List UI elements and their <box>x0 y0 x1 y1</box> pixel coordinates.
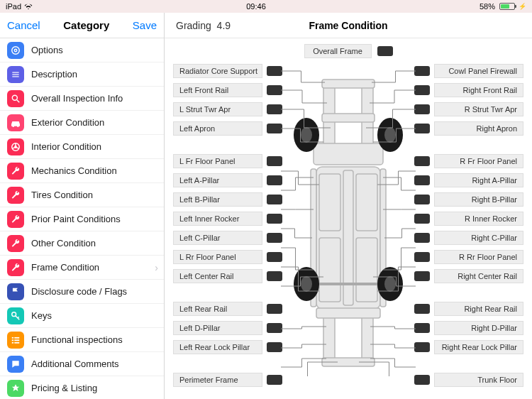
cancel-button[interactable]: Cancel <box>7 19 40 31</box>
frame-status-square[interactable] <box>267 214 282 224</box>
sidebar-item-overall-inspection-info[interactable]: Overall Inspection Info <box>0 87 164 111</box>
frame-status-square[interactable] <box>414 375 430 385</box>
frame-status-square[interactable] <box>267 104 282 114</box>
frame-label-left-rear-rail[interactable]: Left Rear Rail <box>173 302 282 316</box>
frame-status-square[interactable] <box>414 85 430 95</box>
svg-rect-27 <box>322 114 375 122</box>
frame-label-l-fr-floor-panel[interactable]: L Fr Floor Panel <box>173 154 282 168</box>
frame-status-square[interactable] <box>267 85 282 95</box>
frame-status-square[interactable] <box>267 252 282 262</box>
frame-status-square[interactable] <box>267 304 282 314</box>
frame-status-square[interactable] <box>414 66 430 76</box>
svg-line-13 <box>16 147 19 148</box>
frame-status-square[interactable] <box>414 342 430 352</box>
sidebar-item-interior-condition[interactable]: Interior Condition <box>0 135 164 159</box>
frame-label-right-b-pillar[interactable]: Right B-Pillar <box>414 192 523 207</box>
sidebar-item-options[interactable]: Options <box>0 38 164 62</box>
frame-status-square[interactable] <box>414 175 430 185</box>
frame-status-square[interactable] <box>267 233 282 243</box>
frame-label-left-b-pillar[interactable]: Left B-Pillar <box>173 192 282 207</box>
frame-status-square[interactable] <box>414 233 430 243</box>
frame-label-right-apron[interactable]: Right Apron <box>414 121 523 136</box>
frame-status-square[interactable] <box>267 342 282 352</box>
frame-label-cowl-panel-firewall[interactable]: Cowl Panel Firewall <box>414 64 523 78</box>
sidebar-item-label: Description <box>31 69 77 80</box>
frame-label-text: L Fr Floor Panel <box>173 154 262 168</box>
overall-frame-status[interactable] <box>377 46 393 56</box>
frame-status-square[interactable] <box>267 156 282 166</box>
frame-label-text: Right A-Pillar <box>434 173 523 187</box>
frame-label-right-a-pillar[interactable]: Right A-Pillar <box>414 173 523 187</box>
sidebar-item-tires-condition[interactable]: Tires Condition <box>0 183 164 207</box>
save-button[interactable]: Save <box>133 19 157 31</box>
sidebar-item-disclosure-code-flags[interactable]: Disclosure code / Flags <box>0 280 164 304</box>
frame-label-r-strut-twr-apr[interactable]: R Strut Twr Apr <box>414 102 523 116</box>
frame-status-square[interactable] <box>267 66 282 76</box>
frame-label-right-front-rail[interactable]: Right Front Rail <box>414 83 523 97</box>
sidebar-item-keys[interactable]: Keys <box>0 304 164 328</box>
frame-status-square[interactable] <box>267 195 282 204</box>
frame-status-square[interactable] <box>414 304 430 314</box>
device-label: iPad <box>6 2 21 11</box>
steering-icon <box>7 138 24 155</box>
sidebar-item-functional-inspections[interactable]: Functional inspections <box>0 328 164 352</box>
frame-label-right-rear-rail[interactable]: Right Rear Rail <box>414 302 523 316</box>
sidebar-item-additional-comments[interactable]: Additional Comments <box>0 352 164 376</box>
frame-label-r-fr-floor-panel[interactable]: R Fr Floor Panel <box>414 154 523 168</box>
frame-label-left-apron[interactable]: Left Apron <box>173 121 282 136</box>
check-icon <box>7 332 24 349</box>
svg-point-8 <box>17 125 19 127</box>
frame-svg <box>281 64 416 376</box>
frame-status-square[interactable] <box>414 156 430 166</box>
overall-frame-label[interactable]: Overall Frame <box>304 44 372 58</box>
sidebar-item-label: Prior Paint Conditions <box>31 214 121 224</box>
frame-status-square[interactable] <box>414 323 430 333</box>
frame-status-square[interactable] <box>414 271 430 281</box>
frame-label-left-center-rail[interactable]: Left Center Rail <box>173 269 282 283</box>
frame-label-right-rear-lock-pillar[interactable]: Right Rear Lock Pillar <box>414 340 523 354</box>
sidebar-item-label: Pricing & Listing <box>31 383 97 393</box>
svg-rect-31 <box>356 174 377 231</box>
frame-label-right-d-pillar[interactable]: Right D-Pillar <box>414 321 523 335</box>
frame-status-square[interactable] <box>414 124 430 133</box>
sidebar-item-prior-paint-conditions[interactable]: Prior Paint Conditions <box>0 207 164 231</box>
frame-label-right-center-rail[interactable]: Right Center Rail <box>414 269 523 283</box>
wrench-icon <box>7 163 24 180</box>
frame-status-square[interactable] <box>267 124 282 133</box>
svg-point-45 <box>301 127 312 143</box>
frame-label-left-d-pillar[interactable]: Left D-Pillar <box>173 321 282 335</box>
frame-label-perimeter-frame[interactable]: Perimeter Frame <box>173 373 282 387</box>
sidebar-item-mechanics-condition[interactable]: Mechanics Condition <box>0 159 164 183</box>
frame-status-square[interactable] <box>414 214 430 224</box>
svg-rect-21 <box>12 341 13 343</box>
car-icon <box>7 114 24 131</box>
comment-icon <box>7 356 24 373</box>
frame-label-right-c-pillar[interactable]: Right C-Pillar <box>414 231 523 245</box>
sidebar-item-pricing-listing[interactable]: Pricing & Listing <box>0 376 164 399</box>
sidebar-item-description[interactable]: Description <box>0 62 164 87</box>
frame-status-square[interactable] <box>267 375 282 385</box>
frame-label-l-strut-twr-apr[interactable]: L Strut Twr Apr <box>173 102 282 116</box>
frame-status-square[interactable] <box>267 175 282 185</box>
frame-label-r-inner-rocker[interactable]: R Inner Rocker <box>414 212 523 226</box>
svg-point-5 <box>12 95 17 100</box>
frame-label-trunk-floor[interactable]: Trunk Floor <box>414 373 523 387</box>
frame-status-square[interactable] <box>267 271 282 281</box>
frame-label-l-rr-floor-panel[interactable]: L Rr Floor Panel <box>173 250 282 264</box>
frame-label-left-inner-rocker[interactable]: Left Inner Rocker <box>173 212 282 226</box>
battery-pct: 58% <box>480 2 495 11</box>
frame-label-r-rr-floor-panel[interactable]: R Rr Floor Panel <box>414 250 523 264</box>
frame-status-square[interactable] <box>414 195 430 204</box>
frame-label-left-front-rail[interactable]: Left Front Rail <box>173 83 282 97</box>
sidebar-item-exterior-condition[interactable]: Exterior Condition <box>0 111 164 135</box>
frame-label-left-rear-lock-pillar[interactable]: Left Rear Lock Pillar <box>173 340 282 354</box>
frame-status-square[interactable] <box>414 252 430 262</box>
frame-status-square[interactable] <box>267 323 282 333</box>
sidebar-item-other-condition[interactable]: Other Condition <box>0 231 164 256</box>
frame-label-left-a-pillar[interactable]: Left A-Pillar <box>173 173 282 187</box>
frame-label-left-c-pillar[interactable]: Left C-Pillar <box>173 231 282 245</box>
sidebar-item-frame-condition[interactable]: Frame Condition› <box>0 256 164 280</box>
frame-label-radiator-core-support[interactable]: Radiator Core Support <box>173 64 282 78</box>
frame-status-square[interactable] <box>414 104 430 114</box>
sidebar-item-label: Overall Inspection Info <box>31 93 123 104</box>
